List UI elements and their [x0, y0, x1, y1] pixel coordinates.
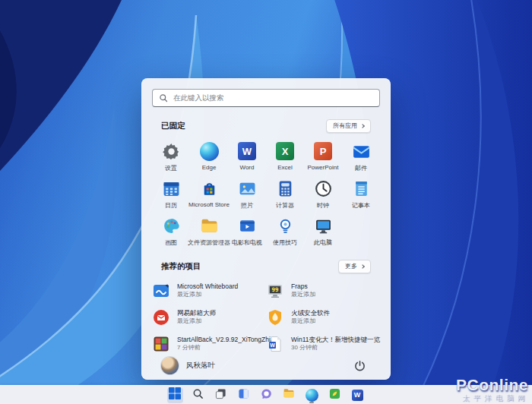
pinned-app-file-explorer[interactable]: 文件资源管理器 — [190, 213, 228, 249]
word-doc-icon: W — [266, 333, 284, 354]
edge-icon — [306, 389, 318, 402]
recommended-item-title: 火绒安全软件 — [291, 309, 330, 317]
desktop: 已固定 所有应用 设置EdgeWWordXExcelPPowerPoint邮件日… — [0, 0, 532, 404]
word-icon: W — [352, 390, 363, 401]
pinned-app-tips[interactable]: 使用技巧 — [266, 213, 304, 249]
pinned-app-this-pc[interactable]: 此电脑 — [304, 213, 342, 249]
pinned-app-label: 时钟 — [317, 201, 329, 210]
green-app-icon — [329, 388, 340, 402]
pinned-app-label: 设置 — [165, 164, 177, 172]
pinned-app-mail[interactable]: 邮件 — [342, 139, 380, 175]
svg-text:W: W — [270, 342, 275, 348]
search-input[interactable] — [173, 93, 373, 102]
taskbar-green-app-button[interactable] — [327, 387, 343, 403]
running-indicator — [309, 402, 314, 403]
chevron-right-icon — [360, 264, 365, 269]
store-icon — [200, 178, 219, 199]
all-apps-label: 所有应用 — [333, 122, 357, 130]
start-icon — [169, 387, 181, 402]
pinned-app-movies-tv[interactable]: 电影和电视 — [228, 213, 266, 249]
recommended-item-subtitle: 30 分钟前 — [291, 344, 380, 352]
taskbar-edge-button[interactable] — [304, 387, 320, 403]
pinned-app-label: 电影和电视 — [232, 238, 262, 247]
recommended-item-subtitle: 最近添加 — [177, 291, 238, 298]
widgets-icon — [238, 388, 249, 402]
user-avatar[interactable] — [161, 357, 179, 374]
taskbar-word-button[interactable]: W — [350, 387, 366, 403]
search-box[interactable] — [152, 89, 380, 107]
pinned-app-label: PowerPoint — [308, 164, 339, 171]
pinned-app-label: 画图 — [165, 238, 177, 247]
start-menu: 已固定 所有应用 设置EdgeWWordXExcelPPowerPoint邮件日… — [141, 78, 391, 380]
pinned-app-label: 邮件 — [355, 164, 367, 172]
search-icon — [192, 388, 204, 402]
taskbar-widgets-button[interactable] — [236, 387, 252, 403]
pinned-app-excel[interactable]: XExcel — [266, 139, 304, 175]
recommended-item-startallback[interactable]: StartAllBack_V2.9.92_XiTongZhiJia7 分钟前 — [152, 334, 266, 354]
recommended-item-subtitle: 最近添加 — [291, 291, 315, 298]
power-icon — [354, 360, 366, 371]
pinned-app-paint[interactable]: 画图 — [152, 213, 190, 249]
pinned-app-label: 日历 — [165, 201, 177, 210]
task-view-icon — [215, 388, 226, 402]
pinned-app-label: 照片 — [241, 201, 253, 210]
pinned-app-word[interactable]: WWord — [228, 139, 266, 175]
huorong-security-icon — [266, 307, 284, 327]
pinned-app-edge-browser[interactable]: Edge — [190, 139, 228, 175]
recommended-item-whiteboard[interactable]: Microsoft Whiteboard最近添加 — [152, 281, 266, 301]
pinned-app-powerpoint[interactable]: PPowerPoint — [304, 139, 342, 175]
recommended-item-huorong-security[interactable]: 火绒安全软件最近添加 — [266, 308, 380, 327]
taskbar: W — [0, 385, 532, 404]
taskbar-file-explorer-button[interactable] — [281, 387, 297, 403]
netease-mail-icon — [152, 307, 170, 327]
pinned-app-photos[interactable]: 照片 — [228, 176, 266, 212]
whiteboard-icon — [152, 280, 170, 301]
word-icon: W — [238, 141, 256, 162]
taskbar-start-button[interactable] — [167, 387, 183, 403]
excel-icon: X — [276, 141, 294, 162]
user-bar: 风秋落叶 — [152, 354, 380, 380]
paint-icon — [162, 216, 181, 236]
pinned-app-calendar[interactable]: 日历 — [152, 176, 190, 212]
recommended-item-title: Fraps — [291, 282, 315, 291]
taskbar-search-button[interactable] — [190, 387, 206, 403]
notepad-icon — [352, 178, 371, 199]
more-button[interactable]: 更多 — [338, 260, 371, 273]
recommended-item-title: Win11变化大！新增快捷键一览 — [291, 336, 380, 344]
pinned-app-label: 计算器 — [276, 201, 294, 210]
pinned-app-calculator[interactable]: 计算器 — [266, 176, 304, 212]
recommended-item-fraps[interactable]: 99Fraps最近添加 — [266, 281, 380, 301]
svg-text:99: 99 — [271, 286, 279, 293]
all-apps-button[interactable]: 所有应用 — [326, 119, 371, 133]
chat-icon — [261, 388, 272, 402]
pinned-section-title: 已固定 — [161, 121, 185, 131]
pinned-app-settings-gear[interactable]: 设置 — [152, 139, 190, 175]
pinned-app-store[interactable]: Microsoft Store — [190, 176, 228, 212]
edge-browser-icon — [200, 141, 219, 162]
pinned-app-notepad[interactable]: 记事本 — [342, 176, 380, 212]
recommended-item-word-doc[interactable]: WWin11变化大！新增快捷键一览30 分钟前 — [266, 334, 380, 354]
pinned-app-label: 记事本 — [352, 201, 370, 210]
user-name[interactable]: 风秋落叶 — [186, 361, 215, 371]
taskbar-chat-button[interactable] — [258, 387, 274, 403]
file-explorer-icon — [200, 216, 219, 236]
power-button[interactable] — [350, 357, 369, 375]
pinned-grid: 设置EdgeWWordXExcelPPowerPoint邮件日历Microsof… — [152, 139, 380, 249]
recommended-section-title: 推荐的项目 — [161, 261, 201, 272]
pinned-app-label: Microsoft Store — [188, 201, 230, 208]
recommended-item-title: 网易邮箱大师 — [177, 309, 216, 317]
powerpoint-icon: P — [314, 141, 332, 162]
pinned-app-clock[interactable]: 时钟 — [304, 176, 342, 212]
more-label: 更多 — [345, 262, 357, 270]
pinned-app-label: 使用技巧 — [273, 238, 297, 247]
recommended-item-netease-mail[interactable]: 网易邮箱大师最近添加 — [152, 308, 266, 327]
fraps-icon: 99 — [266, 280, 284, 301]
taskbar-task-view-button[interactable] — [213, 387, 229, 403]
movies-tv-icon — [238, 216, 257, 236]
chevron-right-icon — [360, 124, 365, 128]
recommended-item-title: StartAllBack_V2.9.92_XiTongZhiJia — [177, 336, 279, 344]
startallback-icon — [152, 333, 170, 354]
photos-icon — [238, 178, 257, 199]
recommended-grid: Microsoft Whiteboard最近添加99Fraps最近添加网易邮箱大… — [152, 281, 380, 354]
settings-gear-icon — [162, 141, 181, 162]
